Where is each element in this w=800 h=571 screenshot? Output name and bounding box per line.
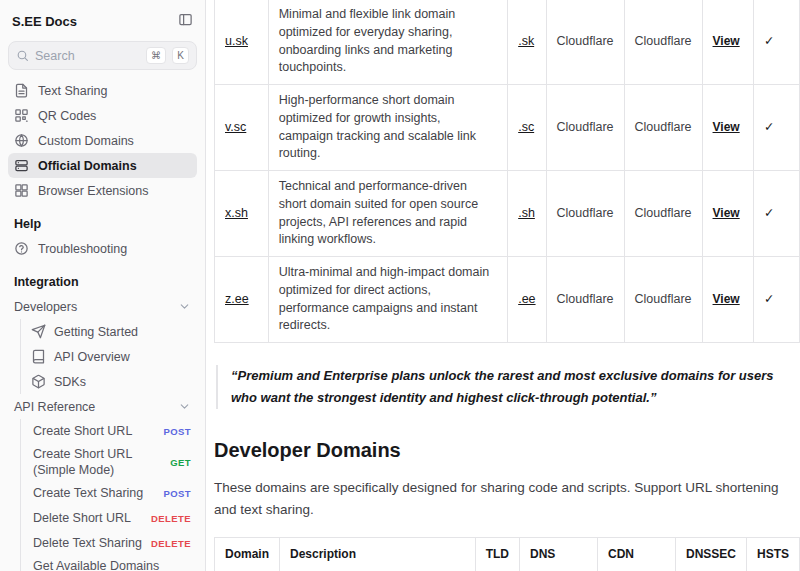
- tld-link[interactable]: .ee: [518, 292, 535, 306]
- domain-cell: z.ee: [215, 257, 269, 343]
- domain-cell: x.sh: [215, 171, 269, 257]
- domain-link[interactable]: v.sc: [225, 120, 246, 134]
- sidebar-item-api-overview[interactable]: API Overview: [25, 344, 197, 369]
- hsts-cell: ✓: [754, 85, 800, 171]
- domain-cell: u.sk: [215, 0, 269, 85]
- chevron-down-icon: [178, 300, 191, 313]
- domain-link[interactable]: u.sk: [225, 34, 248, 48]
- method-badge: GET: [170, 457, 191, 468]
- group-label: Developers: [14, 300, 77, 314]
- search-placeholder: Search: [35, 49, 140, 63]
- sidebar-item-label: SDKs: [54, 375, 86, 389]
- description-cell: Technical and performance-driven short d…: [268, 171, 507, 257]
- header-tld: TLD: [475, 538, 519, 571]
- sidebar-item-label: Delete Short URL: [33, 511, 145, 527]
- sidebar-item-label: Troubleshooting: [38, 242, 127, 256]
- app-title: S.EE Docs: [12, 14, 77, 29]
- official-domains-table: u.sk Minimal and flexible link domain op…: [214, 0, 800, 343]
- sidebar-group-api-reference[interactable]: API Reference: [8, 394, 197, 419]
- search-input[interactable]: Search ⌘ K: [8, 41, 197, 70]
- header-cdn: CDN: [597, 538, 675, 571]
- sidebar-section-integration: Integration: [14, 275, 191, 289]
- table-row: u.sk Minimal and flexible link domain op…: [215, 0, 800, 85]
- sidebar-item-create-short-url-simple[interactable]: Create Short URL (Simple Mode) GET: [25, 444, 197, 481]
- developer-domains-heading: Developer Domains: [214, 439, 800, 462]
- shortcut-cmd-key: ⌘: [146, 47, 166, 64]
- dnssec-cell: View: [702, 85, 754, 171]
- sidebar-item-get-available-domains[interactable]: Get Available Domains for GET: [25, 556, 197, 571]
- table-row: z.ee Ultra-minimal and high-impact domai…: [215, 257, 800, 343]
- sidebar-item-create-short-url[interactable]: Create Short URL POST: [25, 419, 197, 444]
- cdn-cell: Cloudflare: [624, 257, 702, 343]
- domain-link[interactable]: z.ee: [225, 292, 249, 306]
- hsts-cell: ✓: [754, 257, 800, 343]
- method-badge: DELETE: [151, 513, 191, 524]
- cdn-cell: Cloudflare: [624, 85, 702, 171]
- hsts-cell: ✓: [754, 0, 800, 85]
- sidebar-item-create-text-sharing[interactable]: Create Text Sharing POST: [25, 481, 197, 506]
- sidebar-item-official-domains[interactable]: Official Domains: [8, 153, 197, 178]
- sidebar-item-label: API Overview: [54, 350, 130, 364]
- method-badge: POST: [164, 426, 191, 437]
- domain-cell: v.sc: [215, 85, 269, 171]
- hsts-cell: ✓: [754, 171, 800, 257]
- dns-cell: Cloudflare: [546, 171, 624, 257]
- tld-link[interactable]: .sc: [518, 120, 534, 134]
- group-label: API Reference: [14, 400, 95, 414]
- sidebar-group-developers[interactable]: Developers: [8, 294, 197, 319]
- sidebar-item-label: Delete Text Sharing: [33, 536, 145, 552]
- sidebar-item-custom-domains[interactable]: Custom Domains: [8, 128, 197, 153]
- table-header-row: Domain Description TLD DNS CDN DNSSEC HS…: [215, 538, 800, 571]
- developer-domains-intro: These domains are specifically designed …: [214, 477, 789, 520]
- sidebar-item-text-sharing[interactable]: Text Sharing: [8, 78, 197, 103]
- domain-link[interactable]: x.sh: [225, 206, 248, 220]
- search-icon: [16, 49, 29, 62]
- qr-code-icon: [14, 108, 29, 123]
- app-window: S.EE Docs Search ⌘ K Text Sharing QR Cod…: [0, 0, 800, 571]
- dnssec-view-link[interactable]: View: [713, 292, 740, 306]
- developer-domains-table: Domain Description TLD DNS CDN DNSSEC HS…: [214, 537, 800, 571]
- sidebar-panel-icon: [178, 12, 193, 31]
- sidebar-item-label: Custom Domains: [38, 134, 134, 148]
- dnssec-cell: View: [702, 171, 754, 257]
- sidebar-nav: Text Sharing QR Codes Custom Domains Off…: [8, 78, 197, 571]
- shortcut-k-key: K: [172, 47, 189, 64]
- sidebar-item-label: Getting Started: [54, 325, 138, 339]
- description-cell: High-performance short domain optimized …: [268, 85, 507, 171]
- sidebar: S.EE Docs Search ⌘ K Text Sharing QR Cod…: [0, 0, 206, 571]
- sidebar-item-getting-started[interactable]: Getting Started: [25, 319, 197, 344]
- sidebar-item-browser-extensions[interactable]: Browser Extensions: [8, 178, 197, 203]
- tld-cell: .sh: [508, 171, 546, 257]
- sidebar-header: S.EE Docs: [8, 10, 197, 41]
- sidebar-item-qr-codes[interactable]: QR Codes: [8, 103, 197, 128]
- sidebar-item-troubleshooting[interactable]: Troubleshooting: [8, 236, 197, 261]
- dnssec-view-link[interactable]: View: [713, 34, 740, 48]
- sidebar-item-label: Get Available Domains for: [33, 559, 164, 571]
- cdn-cell: Cloudflare: [624, 0, 702, 85]
- dnssec-cell: View: [702, 257, 754, 343]
- globe-icon: [14, 133, 29, 148]
- sidebar-item-sdks[interactable]: SDKs: [25, 369, 197, 394]
- header-domain: Domain: [215, 538, 280, 571]
- dnssec-view-link[interactable]: View: [713, 120, 740, 134]
- book-icon: [31, 349, 46, 364]
- main-content: u.sk Minimal and flexible link domain op…: [206, 0, 800, 571]
- dns-cell: Cloudflare: [546, 0, 624, 85]
- server-icon: [14, 158, 29, 173]
- puzzle-extension-icon: [14, 183, 29, 198]
- method-badge: POST: [164, 488, 191, 499]
- sidebar-item-label: Create Text Sharing: [33, 486, 158, 502]
- tld-cell: .sk: [508, 0, 546, 85]
- sidebar-toggle-button[interactable]: [178, 12, 193, 31]
- premium-quote: “Premium and Enterprise plans unlock the…: [216, 365, 786, 409]
- dnssec-view-link[interactable]: View: [713, 206, 740, 220]
- dns-cell: Cloudflare: [546, 257, 624, 343]
- description-cell: Ultra-minimal and high-impact domain opt…: [268, 257, 507, 343]
- sidebar-item-delete-text-sharing[interactable]: Delete Text Sharing DELETE: [25, 531, 197, 556]
- sidebar-item-delete-short-url[interactable]: Delete Short URL DELETE: [25, 506, 197, 531]
- sidebar-item-label: QR Codes: [38, 109, 96, 123]
- description-cell: Minimal and flexible link domain optimiz…: [268, 0, 507, 85]
- tld-link[interactable]: .sh: [518, 206, 535, 220]
- tld-link[interactable]: .sk: [518, 34, 534, 48]
- developers-sub-list: Getting Started API Overview SDKs: [20, 319, 197, 394]
